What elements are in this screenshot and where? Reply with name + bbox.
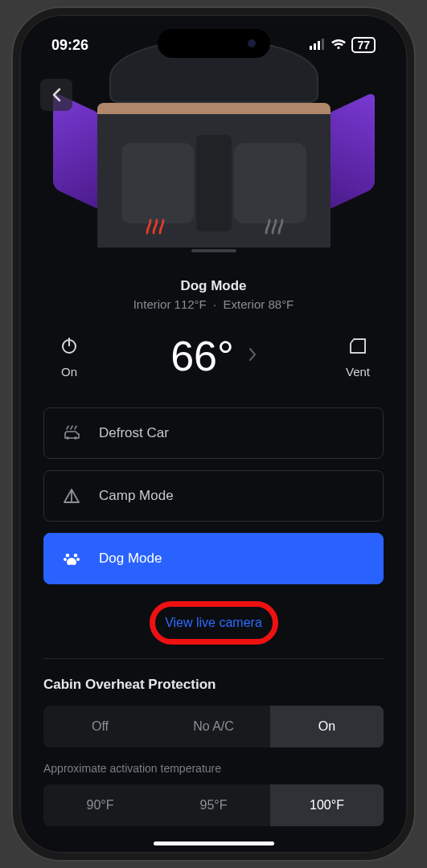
option-label: Dog Mode <box>99 551 162 567</box>
view-live-camera-link[interactable]: View live camera <box>165 616 262 630</box>
vent-icon <box>347 334 369 357</box>
seat-heat-left-icon <box>144 215 165 240</box>
drag-handle[interactable] <box>191 249 236 252</box>
overheat-title: Cabin Overheat Protection <box>43 677 384 693</box>
activation-temp-segmented: 90°F 95°F 100°F <box>43 784 384 826</box>
option-dog[interactable]: Dog Mode <box>43 533 384 584</box>
svg-point-8 <box>66 554 70 558</box>
camera-dot-icon <box>248 39 256 47</box>
chevron-right-icon <box>248 347 257 365</box>
defrost-icon <box>62 424 81 443</box>
temp-95[interactable]: 95°F <box>157 784 270 826</box>
svg-point-6 <box>66 436 69 440</box>
overheat-off[interactable]: Off <box>43 706 157 747</box>
cellular-icon <box>310 37 326 54</box>
svg-rect-0 <box>310 46 312 50</box>
option-label: Defrost Car <box>99 425 169 441</box>
temperature-control[interactable]: 66° <box>170 332 257 380</box>
overheat-sublabel: Approximate activation temperature <box>43 762 384 775</box>
battery-indicator: 77 <box>351 37 376 53</box>
svg-point-7 <box>74 436 77 440</box>
temp-100[interactable]: 100°F <box>270 784 384 826</box>
overheat-noac[interactable]: No A/C <box>157 706 270 747</box>
power-toggle[interactable]: On <box>43 334 95 379</box>
seat-heat-right-icon <box>263 215 284 240</box>
option-label: Camp Mode <box>99 488 174 504</box>
home-indicator[interactable] <box>154 841 274 845</box>
overheat-segmented: Off No A/C On <box>43 706 384 747</box>
temperature-value: 66° <box>170 332 234 380</box>
temp-90[interactable]: 90°F <box>43 784 157 826</box>
power-icon <box>58 334 80 357</box>
status-time: 09:26 <box>51 37 88 54</box>
option-defrost[interactable]: Defrost Car <box>43 407 384 459</box>
chevron-left-icon <box>51 88 61 102</box>
svg-point-11 <box>76 558 80 561</box>
svg-point-10 <box>64 558 67 561</box>
svg-rect-3 <box>322 39 324 50</box>
phone-frame: 09:26 77 Dog Mode Interior 112°F · Exter… <box>13 8 414 860</box>
back-button[interactable] <box>40 79 72 111</box>
tent-icon <box>62 486 81 506</box>
overheat-on[interactable]: On <box>270 706 384 747</box>
divider <box>43 658 384 659</box>
paw-icon <box>62 549 81 568</box>
svg-rect-2 <box>318 41 320 50</box>
environment-temps: Interior 112°F · Exterior 88°F <box>43 297 384 311</box>
mode-title: Dog Mode <box>43 278 384 294</box>
wifi-icon <box>331 37 347 54</box>
svg-point-9 <box>74 554 78 558</box>
option-camp[interactable]: Camp Mode <box>43 470 384 522</box>
svg-rect-1 <box>314 43 316 50</box>
vent-toggle[interactable]: Vent <box>332 334 384 379</box>
dynamic-island <box>158 29 270 58</box>
